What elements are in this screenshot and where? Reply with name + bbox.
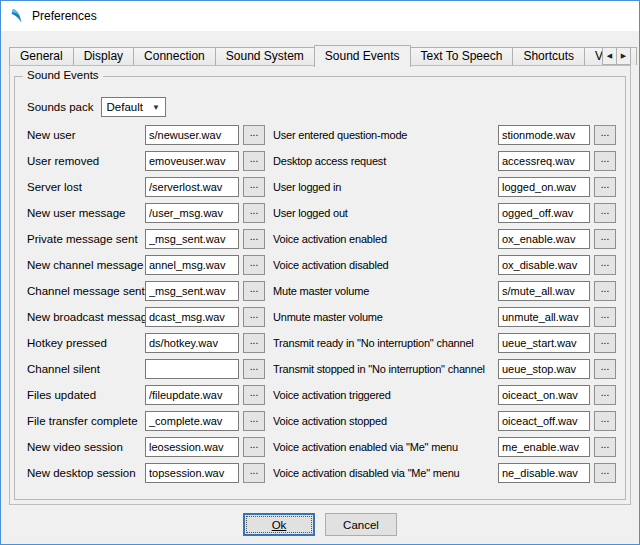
browse-button[interactable]: ... bbox=[594, 229, 616, 249]
sound-file-input[interactable] bbox=[498, 177, 590, 197]
sound-file-input[interactable] bbox=[498, 411, 590, 431]
browse-button[interactable]: ... bbox=[243, 385, 265, 405]
preferences-dialog: Preferences GeneralDisplayConnectionSoun… bbox=[0, 0, 640, 545]
sound-file-input[interactable] bbox=[498, 307, 590, 327]
sound-event-row: Channel message sent... bbox=[27, 281, 265, 301]
event-label: New desktop session bbox=[27, 467, 145, 479]
browse-button[interactable]: ... bbox=[243, 255, 265, 275]
sound-event-row: Server lost... bbox=[27, 177, 265, 197]
sound-events-left-column: New user...User removed...Server lost...… bbox=[27, 125, 265, 489]
sound-file-input[interactable] bbox=[498, 281, 590, 301]
sound-event-row: File transfer complete... bbox=[27, 411, 265, 431]
event-label: Desktop access request bbox=[273, 155, 498, 167]
event-label: Channel silent bbox=[27, 363, 145, 375]
event-label: Voice activation enabled via "Me" menu bbox=[273, 441, 498, 453]
sound-file-input[interactable] bbox=[498, 437, 590, 457]
sound-file-input[interactable] bbox=[498, 333, 590, 353]
browse-button[interactable]: ... bbox=[594, 255, 616, 275]
sounds-pack-select[interactable]: Default ▼ bbox=[101, 97, 166, 117]
browse-button[interactable]: ... bbox=[243, 359, 265, 379]
sound-file-input[interactable] bbox=[498, 203, 590, 223]
sounds-pack-value: Default bbox=[107, 101, 143, 113]
sound-event-row: Mute master volume... bbox=[273, 281, 616, 301]
browse-button[interactable]: ... bbox=[243, 177, 265, 197]
browse-button[interactable]: ... bbox=[594, 151, 616, 171]
ok-button[interactable]: Ok bbox=[243, 513, 315, 536]
tab-sound-events[interactable]: Sound Events bbox=[314, 45, 411, 67]
sound-file-input[interactable] bbox=[498, 385, 590, 405]
sound-file-input[interactable] bbox=[145, 281, 239, 301]
sound-file-input[interactable] bbox=[498, 463, 590, 483]
sound-events-group: Sound Events Sounds pack Default ▼ New u… bbox=[14, 76, 626, 500]
browse-button[interactable]: ... bbox=[594, 203, 616, 223]
sound-file-input[interactable] bbox=[145, 359, 239, 379]
sound-file-input[interactable] bbox=[145, 385, 239, 405]
browse-button[interactable]: ... bbox=[594, 307, 616, 327]
cancel-button[interactable]: Cancel bbox=[325, 513, 397, 536]
sound-event-row: User logged in... bbox=[273, 177, 616, 197]
sound-file-input[interactable] bbox=[145, 151, 239, 171]
sound-file-input[interactable] bbox=[498, 255, 590, 275]
sound-event-row: Private message sent... bbox=[27, 229, 265, 249]
event-label: Hotkey pressed bbox=[27, 337, 145, 349]
tab-shortcuts[interactable]: Shortcuts bbox=[512, 47, 585, 65]
sound-file-input[interactable] bbox=[145, 307, 239, 327]
tab-sound-system[interactable]: Sound System bbox=[215, 47, 315, 65]
event-label: New video session bbox=[27, 441, 145, 453]
event-label: User removed bbox=[27, 155, 145, 167]
browse-button[interactable]: ... bbox=[243, 281, 265, 301]
event-label: Unmute master volume bbox=[273, 311, 498, 323]
chevron-down-icon: ▼ bbox=[152, 103, 160, 112]
sound-event-row: Transmit stopped in "No interruption" ch… bbox=[273, 359, 616, 379]
browse-button[interactable]: ... bbox=[594, 177, 616, 197]
tab-display[interactable]: Display bbox=[73, 47, 134, 65]
sound-file-input[interactable] bbox=[498, 359, 590, 379]
browse-button[interactable]: ... bbox=[243, 411, 265, 431]
browse-button[interactable]: ... bbox=[243, 307, 265, 327]
sound-file-input[interactable] bbox=[145, 255, 239, 275]
browse-button[interactable]: ... bbox=[243, 463, 265, 483]
browse-button[interactable]: ... bbox=[594, 463, 616, 483]
sound-file-input[interactable] bbox=[145, 333, 239, 353]
event-label: New broadcast message bbox=[27, 311, 145, 323]
sound-event-row: Voice activation stopped... bbox=[273, 411, 616, 431]
tab-scroll-left-icon[interactable]: ◀ bbox=[602, 47, 617, 65]
event-label: User logged in bbox=[273, 181, 498, 193]
sound-file-input[interactable] bbox=[145, 229, 239, 249]
sound-file-input[interactable] bbox=[145, 177, 239, 197]
event-label: Files updated bbox=[27, 389, 145, 401]
sound-file-input[interactable] bbox=[498, 151, 590, 171]
browse-button[interactable]: ... bbox=[243, 333, 265, 353]
browse-button[interactable]: ... bbox=[594, 281, 616, 301]
browse-button[interactable]: ... bbox=[594, 359, 616, 379]
browse-button[interactable]: ... bbox=[243, 229, 265, 249]
tab-connection[interactable]: Connection bbox=[133, 47, 216, 65]
sound-file-input[interactable] bbox=[498, 125, 590, 145]
event-label: Voice activation disabled bbox=[273, 259, 498, 271]
sound-event-row: User logged out... bbox=[273, 203, 616, 223]
tab-general[interactable]: General bbox=[9, 47, 74, 65]
event-label: Voice activation triggered bbox=[273, 389, 498, 401]
browse-button[interactable]: ... bbox=[243, 437, 265, 457]
event-label: File transfer complete bbox=[27, 415, 145, 427]
sound-file-input[interactable] bbox=[145, 437, 239, 457]
sound-events-right-column: User entered question-mode...Desktop acc… bbox=[273, 125, 616, 489]
browse-button[interactable]: ... bbox=[594, 385, 616, 405]
browse-button[interactable]: ... bbox=[594, 437, 616, 457]
sound-file-input[interactable] bbox=[498, 229, 590, 249]
browse-button[interactable]: ... bbox=[243, 125, 265, 145]
sound-file-input[interactable] bbox=[145, 203, 239, 223]
window-title: Preferences bbox=[32, 9, 97, 23]
app-icon bbox=[9, 8, 25, 24]
browse-button[interactable]: ... bbox=[243, 151, 265, 171]
tab-text-to-speech[interactable]: Text To Speech bbox=[410, 47, 514, 65]
browse-button[interactable]: ... bbox=[594, 125, 616, 145]
tab-scroll-right-icon[interactable]: ▶ bbox=[616, 47, 631, 65]
event-label: Voice activation stopped bbox=[273, 415, 498, 427]
sound-file-input[interactable] bbox=[145, 411, 239, 431]
browse-button[interactable]: ... bbox=[594, 411, 616, 431]
browse-button[interactable]: ... bbox=[243, 203, 265, 223]
sound-file-input[interactable] bbox=[145, 463, 239, 483]
browse-button[interactable]: ... bbox=[594, 333, 616, 353]
sound-file-input[interactable] bbox=[145, 125, 239, 145]
